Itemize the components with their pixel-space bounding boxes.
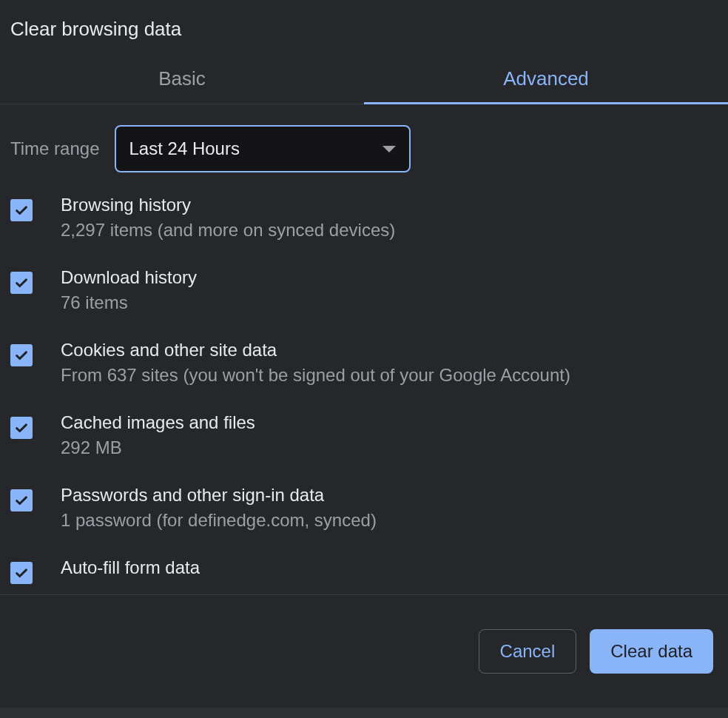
check-icon (13, 347, 30, 363)
item-desc: 76 items (61, 292, 197, 313)
item-label: Download history (61, 267, 197, 288)
time-range-selected: Last 24 Hours (129, 138, 240, 159)
tab-basic[interactable]: Basic (0, 54, 364, 104)
item-desc: 1 password (for definedge.com, synced) (61, 510, 377, 531)
time-range-label: Time range (10, 138, 100, 159)
checkbox-cookies[interactable] (10, 344, 33, 366)
caret-down-icon (382, 146, 396, 152)
list-item: Cookies and other site data From 637 sit… (0, 326, 728, 399)
cancel-button[interactable]: Cancel (479, 629, 577, 674)
item-label: Cached images and files (61, 412, 255, 433)
check-icon (13, 565, 30, 581)
item-desc: 2,297 items (and more on synced devices) (61, 220, 395, 241)
item-desc: From 637 sites (you won't be signed out … (61, 365, 570, 386)
item-desc: 292 MB (61, 437, 255, 458)
dialog-footer: Cancel Clear data (0, 595, 728, 708)
item-text: Download history 76 items (61, 267, 197, 313)
check-icon (13, 492, 30, 509)
item-label: Browsing history (61, 195, 395, 215)
checkbox-passwords[interactable] (10, 489, 33, 511)
check-icon (13, 420, 30, 436)
item-text: Auto-fill form data (61, 557, 200, 583)
item-text: Browsing history 2,297 items (and more o… (61, 195, 395, 241)
checkbox-autofill[interactable] (10, 562, 33, 584)
list-item: Cached images and files 292 MB (0, 399, 728, 472)
clear-data-button[interactable]: Clear data (590, 629, 713, 674)
item-label: Cookies and other site data (61, 340, 570, 360)
list-item: Browsing history 2,297 items (and more o… (0, 181, 728, 254)
checkbox-download-history[interactable] (10, 272, 33, 294)
check-icon (13, 275, 30, 291)
list-item: Download history 76 items (0, 254, 728, 326)
tabs: Basic Advanced (0, 54, 728, 104)
item-text: Cached images and files 292 MB (61, 412, 255, 458)
list-item: Passwords and other sign-in data 1 passw… (0, 472, 728, 544)
bottom-strip (0, 708, 728, 718)
item-label: Auto-fill form data (61, 557, 200, 578)
item-label: Passwords and other sign-in data (61, 485, 377, 506)
checkbox-browsing-history[interactable] (10, 199, 33, 221)
time-range-row: Time range Last 24 Hours (0, 104, 728, 181)
time-range-select[interactable]: Last 24 Hours (115, 125, 411, 172)
list-item: Auto-fill form data (0, 544, 728, 595)
clear-browsing-data-dialog: Clear browsing data Basic Advanced Time … (0, 0, 728, 718)
item-text: Cookies and other site data From 637 sit… (61, 340, 570, 386)
dialog-title: Clear browsing data (0, 0, 728, 54)
checkbox-cached[interactable] (10, 417, 33, 439)
tab-advanced[interactable]: Advanced (364, 54, 728, 104)
items-list: Browsing history 2,297 items (and more o… (0, 181, 728, 595)
check-icon (13, 202, 30, 218)
item-text: Passwords and other sign-in data 1 passw… (61, 485, 377, 531)
